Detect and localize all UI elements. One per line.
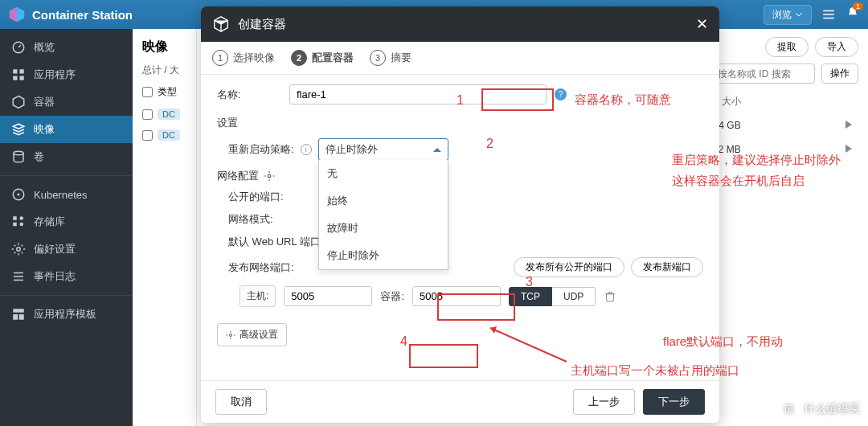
sidebar-item-containers[interactable]: 容器 [0,88,133,116]
template-icon [11,307,26,322]
create-container-modal: 创建容器 ✕ 1选择映像 2配置容器 3摘要 名称: ? 设置 重新启动策略: … [201,6,719,423]
row-checkbox[interactable] [142,130,153,141]
modal-title: 创建容器 [238,17,696,32]
watermark-badge: 值 [778,399,799,420]
svg-rect-1 [13,69,17,73]
svg-point-17 [230,334,232,336]
svg-point-12 [17,248,21,252]
notification-button[interactable]: 1 [845,6,860,23]
search-input[interactable] [710,63,815,84]
summary-text: 总计 / 大 [142,63,186,77]
sidebar-item-repos[interactable]: 存储库 [0,208,133,236]
caret-up-icon [433,148,441,152]
browse-button[interactable]: 浏览 [764,5,812,25]
host-label: 主机: [240,285,276,307]
svg-rect-8 [13,216,17,220]
svg-rect-9 [13,223,17,227]
restart-dropdown: 无 始终 故障时 停止时除外 [318,160,448,270]
svg-point-16 [268,174,271,178]
sidebar-item-overview[interactable]: 概览 [0,34,133,61]
help-icon[interactable]: ? [555,88,567,100]
protocol-toggle: TCP UDP [509,287,596,306]
chevron-down-icon [795,10,803,18]
next-button[interactable]: 下一步 [643,389,705,415]
list-icon [11,269,26,284]
udp-button[interactable]: UDP [552,287,596,306]
prev-button[interactable]: 上一步 [573,389,635,415]
svg-point-10 [20,216,24,220]
svg-point-11 [20,223,24,227]
dropdown-option[interactable]: 故障时 [319,215,448,242]
logo-icon [8,6,26,23]
step-3[interactable]: 3摘要 [370,50,411,66]
play-icon[interactable] [845,145,852,153]
fetch-button[interactable]: 提取 [765,37,809,57]
cancel-button[interactable]: 取消 [215,389,267,415]
svg-rect-2 [20,69,24,73]
operate-button[interactable]: 操作 [821,63,858,84]
sidebar-item-images[interactable]: 映像 [0,116,133,143]
svg-rect-14 [13,314,18,320]
sidebar-item-volumes[interactable]: 卷 [0,143,133,170]
modal-footer: 取消 上一步 下一步 [201,380,719,423]
settings-section-label: 设置 [217,116,703,130]
gauge-icon [11,40,26,55]
gear-icon[interactable] [264,170,275,182]
cube-icon [212,15,230,33]
gear-icon [226,330,235,340]
sidebar-item-templates[interactable]: 应用程序模板 [0,301,133,328]
sidebar: 概览 应用程序 容器 映像 卷 Kubernetes 存储库 偏好设置 事件日志… [0,29,133,426]
restart-label: 重新启动策略: [228,142,294,157]
host-port-input[interactable] [284,286,372,306]
sidebar-item-preferences[interactable]: 偏好设置 [0,236,133,263]
dropdown-option[interactable]: 无 [319,160,448,187]
close-button[interactable]: ✕ [696,15,708,33]
gear-icon [11,242,26,256]
dropdown-option[interactable]: 停止时除外 [319,242,448,269]
layers-icon [11,122,26,137]
netmode-label: 网络模式: [228,212,273,227]
watermark: 值 什么值得买 [778,399,860,420]
kubernetes-icon [11,187,26,202]
public-port-label: 公开的端口: [228,190,284,204]
tcp-button[interactable]: TCP [509,287,552,306]
repo-icon [11,215,26,229]
restart-policy-select[interactable]: 停止时除外 无 始终 故障时 停止时除外 [318,138,448,161]
modal-header: 创建容器 ✕ [201,6,719,42]
container-port-input[interactable] [412,286,501,306]
page-title: 映像 [142,39,186,55]
name-input[interactable] [289,84,547,104]
default-url-label: 默认 Web URL 端口: [228,235,323,249]
modal-body: 名称: ? 设置 重新启动策略: i 停止时除外 无 始终 故障时 停止时除外 [201,75,719,380]
svg-point-7 [18,194,20,196]
publish-all-button[interactable]: 发布所有公开的端口 [514,257,624,277]
info-icon[interactable]: i [301,144,312,155]
cube-icon [11,95,26,109]
sidebar-item-apps[interactable]: 应用程序 [0,61,133,88]
sidebar-item-kubernetes[interactable]: Kubernetes [0,181,133,208]
sidebar-item-events[interactable]: 事件日志 [0,263,133,290]
svg-rect-15 [19,314,24,320]
svg-rect-3 [13,76,17,80]
play-icon[interactable] [845,121,852,129]
header-checkbox[interactable] [142,87,153,97]
step-indicator: 1选择映像 2配置容器 3摘要 [201,42,719,75]
database-icon [11,150,26,164]
netconfig-label: 网络配置 [217,169,259,183]
stack-icon[interactable] [821,7,836,22]
name-label: 名称: [217,88,281,102]
trash-icon[interactable] [604,290,616,303]
step-1[interactable]: 1选择映像 [212,50,275,66]
svg-point-5 [14,151,23,155]
row-checkbox[interactable] [142,109,153,120]
dropdown-option[interactable]: 始终 [319,187,448,215]
publish-new-button[interactable]: 发布新端口 [631,257,703,277]
export-button[interactable]: 导入 [815,37,858,57]
advanced-settings-button[interactable]: 高级设置 [217,323,287,346]
step-2[interactable]: 2配置容器 [291,50,354,66]
container-label: 容器: [380,289,404,304]
svg-rect-4 [20,76,24,80]
svg-rect-13 [13,309,24,313]
grid-icon [11,68,26,82]
publish-port-label: 发布网络端口: [228,260,294,275]
